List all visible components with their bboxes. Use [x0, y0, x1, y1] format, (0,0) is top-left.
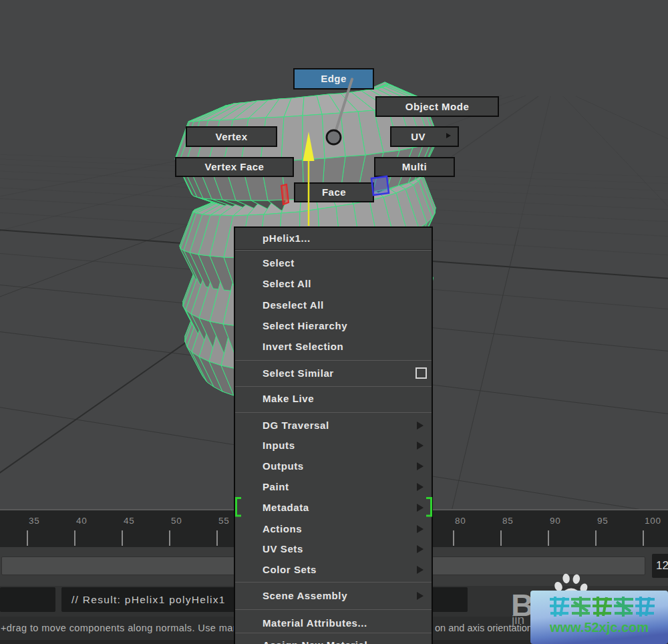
svg-text:www.52xjc.com: www.52xjc.com — [549, 620, 649, 635]
